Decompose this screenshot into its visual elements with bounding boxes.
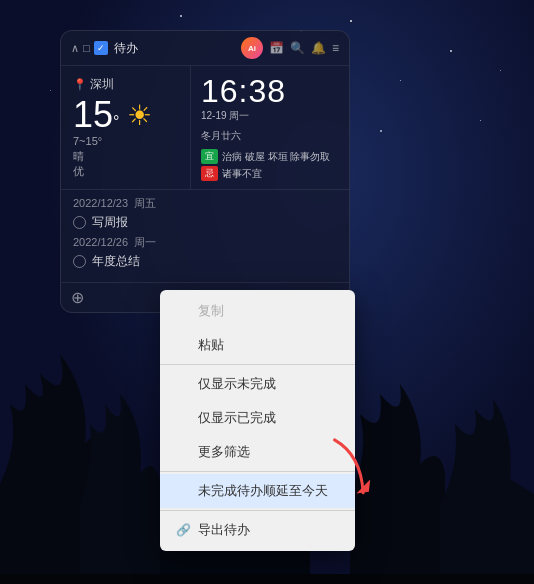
header-right-actions: Ai 📅 🔍 🔔 ≡ bbox=[241, 37, 339, 59]
svg-rect-0 bbox=[0, 574, 534, 584]
weather-main: 15° ☀ bbox=[73, 97, 178, 133]
menu-item-copy: 复制 bbox=[160, 294, 355, 328]
menu-item-show-complete[interactable]: 仅显示已完成 bbox=[160, 401, 355, 435]
menu-item-paste[interactable]: 粘贴 bbox=[160, 328, 355, 362]
temp-range: 7~15° bbox=[73, 135, 178, 147]
task-group-1: 2022/12/26 周一 年度总结 bbox=[73, 235, 337, 270]
menu-divider-1 bbox=[160, 364, 355, 365]
context-menu: 复制 粘贴 仅显示未完成 仅显示已完成 更多筛选 未完成待办顺延至今天 🔗 导出… bbox=[160, 290, 355, 551]
clock-time: 16:38 bbox=[201, 74, 339, 109]
widget-body: 📍 深圳 15° ☀ 7~15° 晴 优 16:38 12-19 周一 冬月廿六 bbox=[61, 66, 349, 189]
temperature-display: 15° bbox=[73, 97, 119, 133]
menu-item-show-incomplete[interactable]: 仅显示未完成 bbox=[160, 367, 355, 401]
calendar-icon[interactable]: 📅 bbox=[269, 41, 284, 55]
caret-icon: ∧ bbox=[71, 42, 79, 55]
menu-divider-3 bbox=[160, 510, 355, 511]
checkbox-icon: ✓ bbox=[94, 41, 108, 55]
menu-postpone-label: 未完成待办顺延至今天 bbox=[198, 482, 328, 500]
clock-date-line1: 12-19 周一 bbox=[201, 109, 339, 123]
header-window-icons: ∧ □ ✓ bbox=[71, 41, 108, 55]
add-task-button[interactable]: ⊕ bbox=[71, 288, 84, 307]
widget-title: 待办 bbox=[114, 40, 235, 57]
search-icon[interactable]: 🔍 bbox=[290, 41, 305, 55]
widget-header: ∧ □ ✓ 待办 Ai 📅 🔍 🔔 ≡ bbox=[61, 31, 349, 66]
location-name: 深圳 bbox=[90, 76, 114, 93]
menu-paste-label: 粘贴 bbox=[198, 336, 224, 354]
tasks-section: 2022/12/23 周五 写周报 2022/12/26 周一 年度总结 bbox=[61, 189, 349, 282]
avatar[interactable]: Ai bbox=[241, 37, 263, 59]
svg-marker-1 bbox=[356, 477, 372, 498]
almanac-bad: 忌 诸事不宜 bbox=[201, 166, 339, 181]
menu-icon[interactable]: ≡ bbox=[332, 41, 339, 55]
task-date-0: 2022/12/23 周五 bbox=[73, 196, 337, 211]
task-checkbox-0[interactable] bbox=[73, 216, 86, 229]
almanac-good-text: 治病 破屋 坏垣 除事勿取 bbox=[222, 150, 330, 164]
almanac-good: 宜 治病 破屋 坏垣 除事勿取 bbox=[201, 149, 339, 164]
menu-export-label: 导出待办 bbox=[198, 521, 250, 539]
menu-item-export[interactable]: 🔗 导出待办 bbox=[160, 513, 355, 547]
export-icon: 🔗 bbox=[176, 523, 190, 537]
task-label-0: 写周报 bbox=[92, 214, 128, 231]
menu-show-complete-label: 仅显示已完成 bbox=[198, 409, 276, 427]
clock-section: 16:38 12-19 周一 冬月廿六 宜 治病 破屋 坏垣 除事勿取 忌 诸事… bbox=[191, 66, 349, 189]
task-date-1: 2022/12/26 周一 bbox=[73, 235, 337, 250]
menu-copy-label: 复制 bbox=[198, 302, 224, 320]
almanac-bad-badge: 忌 bbox=[201, 166, 218, 181]
weather-quality: 优 bbox=[73, 164, 178, 179]
task-label-1: 年度总结 bbox=[92, 253, 140, 270]
almanac-bad-text: 诸事不宜 bbox=[222, 167, 262, 181]
location-icon: 📍 bbox=[73, 78, 87, 91]
menu-more-filter-label: 更多筛选 bbox=[198, 443, 250, 461]
sun-icon: ☀ bbox=[127, 99, 152, 132]
location-row: 📍 深圳 bbox=[73, 76, 178, 93]
weather-section: 📍 深圳 15° ☀ 7~15° 晴 优 bbox=[61, 66, 191, 189]
task-group-0: 2022/12/23 周五 写周报 bbox=[73, 196, 337, 231]
task-item-1[interactable]: 年度总结 bbox=[73, 253, 337, 270]
almanac-good-badge: 宜 bbox=[201, 149, 218, 164]
menu-show-incomplete-label: 仅显示未完成 bbox=[198, 375, 276, 393]
temp-value: 15 bbox=[73, 94, 113, 135]
temp-unit: ° bbox=[113, 113, 119, 130]
task-checkbox-1[interactable] bbox=[73, 255, 86, 268]
todo-widget: ∧ □ ✓ 待办 Ai 📅 🔍 🔔 ≡ 📍 深圳 15° ☀ bbox=[60, 30, 350, 313]
clock-date-line2: 冬月廿六 bbox=[201, 129, 339, 143]
notification-icon[interactable]: 🔔 bbox=[311, 41, 326, 55]
weather-desc: 晴 bbox=[73, 149, 178, 164]
window-icon: □ bbox=[83, 42, 90, 54]
almanac-list: 宜 治病 破屋 坏垣 除事勿取 忌 诸事不宜 bbox=[201, 149, 339, 181]
task-item-0[interactable]: 写周报 bbox=[73, 214, 337, 231]
